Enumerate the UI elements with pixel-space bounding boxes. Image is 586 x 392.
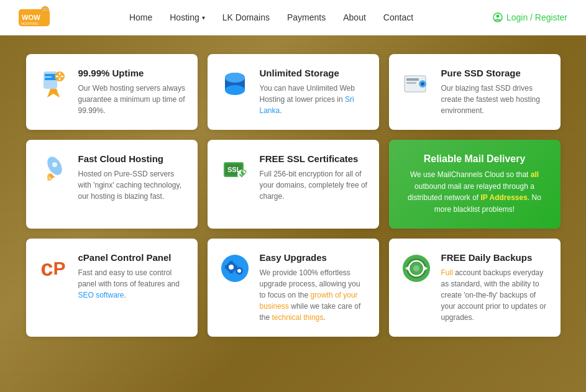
cpanel-title: cPanel Control Panel [78,252,186,263]
ssl-title: FREE SSL Certificates [260,153,368,164]
upgrades-desc: We provide 100% effortless upgrade proce… [260,267,368,323]
user-circle-icon [493,12,503,22]
upgrades-content: Easy Upgrades We provide 100% effortless… [260,252,368,323]
cpanel-content: cPanel Control Panel Fast and easy to us… [78,252,186,301]
storage-content: Unlimited Storage You can have Unlimited… [260,68,368,116]
logo-icon: WOW HOSTING [19,4,50,32]
cpanel-c-letter: c [40,257,53,280]
ssd-desc: Our blazing fast SSD drives create the f… [441,83,549,116]
svg-point-23 [225,73,245,83]
hosting-chevron-icon: ▾ [202,14,205,21]
main-nav: Home Hosting ▾ LK Domains Payments About… [129,12,413,22]
mail-card: Reliable Mail Delivery We use MailChanne… [389,140,561,229]
svg-point-22 [225,85,245,95]
header: WOW HOSTING Home Hosting ▾ LK Domains Pa… [0,0,586,35]
backups-desc: Full account backups everyday as standar… [441,267,549,323]
cloud-icon [37,153,70,186]
ssd-icon [400,68,433,100]
backups-title: FREE Daily Backups [441,252,549,263]
svg-point-32 [52,162,57,167]
growth-highlight: growth of your business [260,291,358,311]
ssl-icon: SSL [219,153,251,186]
svg-point-7 [45,8,47,9]
storage-card: Unlimited Storage You can have Unlimited… [208,54,379,130]
uptime-title: 99.99% Uptime [78,68,186,78]
cloud-title: Fast Cloud Hosting [78,153,186,164]
seo-highlight: SEO software [78,291,124,299]
cloud-card: Fast Cloud Hosting Hosted on Pure-SSD se… [26,140,198,229]
login-label: Login / Register [506,12,567,22]
full-highlight: Full [441,268,453,277]
svg-point-6 [43,8,45,9]
svg-rect-46 [229,271,233,273]
cpanel-desc: Fast and easy to use control panel with … [78,267,186,301]
svg-point-9 [496,15,499,18]
storage-icon [219,68,251,100]
cpanel-icon: cP [37,252,70,285]
svg-marker-13 [47,89,60,98]
uptime-card: 99.99% Uptime Our Web hosting servers al… [26,54,198,130]
nav-home[interactable]: Home [129,12,152,22]
svg-text:HOSTING: HOSTING [21,21,39,25]
all-highlight: all [531,170,539,179]
logo[interactable]: WOW HOSTING [19,4,50,32]
svg-point-52 [413,265,419,271]
nav-hosting[interactable]: Hosting ▾ [170,12,204,22]
ssl-content: FREE SSL Certificates Full 256-bit encry… [260,153,368,202]
uptime-content: 99.99% Uptime Our Web hosting servers al… [78,68,186,116]
technical-highlight: technical things [272,313,324,322]
features-grid: 99.99% Uptime Our Web hosting servers al… [26,54,561,337]
ssl-desc: Full 256-bit encryption for all of your … [260,168,368,202]
mail-desc: We use MailChannels Cloud so that all ou… [400,169,549,215]
nav-payments[interactable]: Payments [287,12,326,22]
ssd-content: Pure SSD Storage Our blazing fast SSD dr… [441,68,549,116]
svg-rect-48 [235,265,237,269]
cpanel-p-letter: P [53,259,66,278]
svg-rect-47 [225,265,227,269]
svg-text:WOW: WOW [22,14,40,21]
svg-point-42 [229,265,234,270]
login-register-button[interactable]: Login / Register [493,12,567,22]
cloud-desc: Hosted on Pure-SSD servers with 'nginx' … [78,168,186,202]
nav-about[interactable]: About [343,12,366,22]
storage-desc: You can have Unlimited Web Hosting at lo… [260,83,368,116]
mail-title: Reliable Mail Delivery [400,153,549,165]
ssd-title: Pure SSD Storage [441,68,549,78]
sri-lanka-highlight: Sri Lanka [260,95,354,115]
upgrades-icon [219,252,251,285]
nav-lk-domains[interactable]: LK Domains [222,12,270,22]
svg-point-44 [237,269,241,273]
cloud-content: Fast Cloud Hosting Hosted on Pure-SSD se… [78,153,186,202]
upgrades-title: Easy Upgrades [260,252,368,263]
ssd-card: Pure SSD Storage Our blazing fast SSD dr… [389,54,561,130]
svg-point-29 [421,82,424,86]
uptime-icon [37,68,70,100]
svg-rect-45 [229,261,233,263]
storage-title: Unlimited Storage [260,68,368,78]
ssl-card: SSL FREE SSL Certificates Full 256-bit e… [208,140,379,229]
ip-highlight: IP Addresses [481,193,528,202]
svg-rect-26 [406,78,419,81]
hero-section: 99.99% Uptime Our Web hosting servers al… [0,35,586,392]
nav-contact[interactable]: Contact [383,12,413,22]
upgrades-card: Easy Upgrades We provide 100% effortless… [208,239,379,337]
cpanel-card: cP cPanel Control Panel Fast and easy to… [26,239,198,337]
backups-icon [400,252,433,285]
svg-point-34 [48,176,51,180]
uptime-desc: Our Web hosting servers always guarantee… [78,83,186,116]
mail-content: Reliable Mail Delivery We use MailChanne… [400,153,549,215]
svg-rect-27 [406,82,416,84]
backups-card: FREE Daily Backups Full account backups … [389,239,561,337]
svg-point-3 [41,6,49,14]
backups-content: FREE Daily Backups Full account backups … [441,252,549,323]
